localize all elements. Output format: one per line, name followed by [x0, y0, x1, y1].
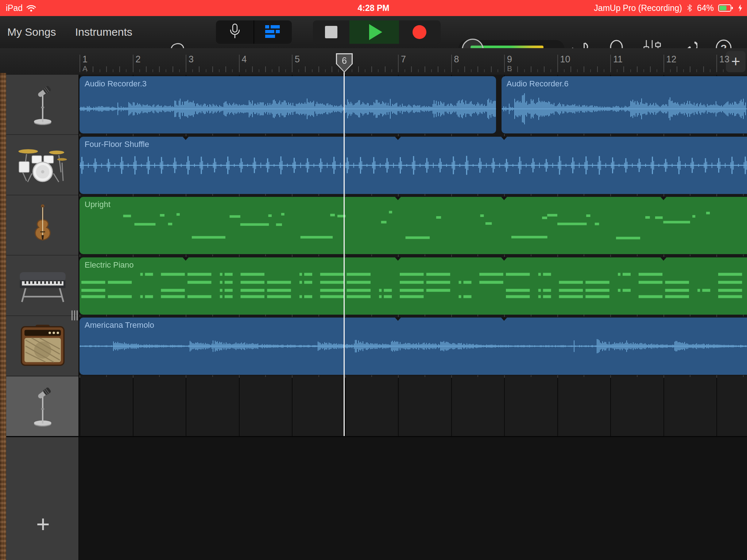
- loop-boundary-notch: [501, 137, 507, 140]
- gap-tick: [743, 375, 744, 377]
- gap-tick: [637, 134, 638, 136]
- bar-tick: [239, 55, 240, 72]
- track-resize-handle[interactable]: [71, 310, 78, 320]
- beat-tick: [152, 69, 153, 72]
- gap-tick: [212, 254, 213, 256]
- beat-tick: [199, 66, 200, 72]
- beat-tick: [245, 69, 246, 72]
- track-header-drum-kit[interactable]: [6, 135, 79, 195]
- gap-tick: [345, 194, 346, 197]
- audio-recorder-view-button[interactable]: [216, 20, 253, 44]
- gap-tick: [637, 315, 638, 316]
- instruments-button[interactable]: Instruments: [75, 16, 132, 48]
- wood-background: [0, 73, 6, 560]
- beat-tick: [643, 69, 644, 72]
- gap-tick: [557, 254, 558, 257]
- gap-tick: [371, 254, 372, 256]
- bluetooth-icon: [686, 4, 693, 12]
- beat-tick: [332, 66, 332, 72]
- beat-tick: [564, 69, 565, 72]
- microphone-icon: [227, 23, 243, 42]
- loop-boundary-notch: [501, 197, 507, 200]
- region-content: [80, 257, 747, 315]
- gap-tick: [80, 315, 80, 317]
- tracks-view-button[interactable]: [254, 20, 292, 44]
- loop-boundary-notch: [395, 137, 401, 140]
- beat-tick: [179, 69, 180, 72]
- track-header-guitar-amp[interactable]: [6, 316, 79, 376]
- microphone-icon: [27, 83, 58, 126]
- region-electric-piano[interactable]: Electric Piano: [80, 257, 747, 315]
- record-icon: [413, 25, 426, 39]
- beat-tick: [477, 66, 478, 72]
- loop-boundary-notch: [661, 197, 666, 200]
- gap-tick: [557, 134, 558, 136]
- gap-tick: [133, 315, 133, 317]
- gap-tick: [239, 134, 240, 136]
- gap-tick: [504, 315, 505, 317]
- my-songs-button[interactable]: My Songs: [7, 16, 56, 48]
- gap-tick: [133, 134, 133, 136]
- gap-tick: [371, 315, 372, 316]
- beat-tick: [498, 69, 498, 72]
- region-upright[interactable]: Upright: [80, 197, 747, 254]
- region-audio-recorder-6[interactable]: Audio Recorder.6: [502, 76, 747, 133]
- gap-tick: [610, 315, 611, 317]
- beat-tick: [385, 66, 386, 72]
- beat-tick: [710, 69, 711, 72]
- play-button[interactable]: [349, 20, 399, 44]
- gap-tick: [663, 375, 664, 378]
- beat-tick: [272, 69, 272, 72]
- gap-tick: [477, 194, 478, 196]
- region-content: [80, 137, 747, 194]
- region-content: [80, 197, 747, 254]
- stop-button[interactable]: [313, 20, 349, 44]
- beat-tick: [173, 66, 173, 72]
- beat-tick: [617, 69, 618, 72]
- gap-tick: [451, 315, 452, 317]
- bar-tick: [504, 55, 505, 72]
- gap-tick: [80, 134, 80, 136]
- gap-tick: [239, 375, 240, 378]
- arrangement-lanes: Audio Recorder.3Audio Recorder.6Four-Flo…: [79, 75, 747, 560]
- beat-tick: [464, 66, 465, 72]
- gap-tick: [318, 315, 319, 316]
- gap-tick: [159, 134, 160, 136]
- upright-bass-icon: [31, 202, 55, 248]
- gap-tick: [584, 375, 584, 377]
- beat-tick: [365, 69, 365, 72]
- track-header-electric-piano[interactable]: [6, 256, 79, 316]
- battery-percent: 64%: [697, 3, 714, 13]
- bar-number: 11: [613, 54, 623, 65]
- section-marker[interactable]: A: [82, 64, 88, 73]
- region-four-floor-shuffle[interactable]: Four-Floor Shuffle: [80, 137, 747, 194]
- beat-tick: [683, 69, 684, 72]
- gap-tick: [398, 375, 399, 378]
- gap-tick: [239, 315, 240, 317]
- gap-tick: [239, 254, 240, 257]
- gap-tick: [133, 375, 133, 378]
- beat-tick: [139, 69, 140, 72]
- gap-tick: [663, 194, 664, 197]
- beat-tick: [703, 66, 704, 72]
- beat-tick: [650, 66, 651, 72]
- beat-tick: [100, 69, 100, 72]
- record-button[interactable]: [399, 20, 440, 44]
- playhead-handle[interactable]: 6: [336, 53, 353, 73]
- section-marker[interactable]: B: [507, 64, 512, 73]
- track-header-upright-bass[interactable]: [6, 195, 79, 256]
- track-header-microphone-selected[interactable]: [6, 377, 79, 437]
- region-americana-tremolo[interactable]: Americana Tremolo: [80, 318, 747, 375]
- add-track-button[interactable]: +: [32, 513, 54, 535]
- beat-tick: [106, 66, 107, 72]
- gap-tick: [186, 315, 186, 317]
- region-label: Electric Piano: [85, 260, 134, 270]
- beat-tick: [318, 66, 319, 72]
- region-audio-recorder-3[interactable]: Audio Recorder.3: [80, 76, 496, 133]
- track-header-microphone[interactable]: [6, 75, 79, 135]
- beat-tick: [570, 66, 571, 72]
- gap-tick: [292, 134, 293, 136]
- timeline-ruler[interactable]: + 6 1234578910111213AB: [0, 48, 747, 75]
- microphone-icon: [27, 385, 58, 428]
- beat-tick: [491, 66, 492, 72]
